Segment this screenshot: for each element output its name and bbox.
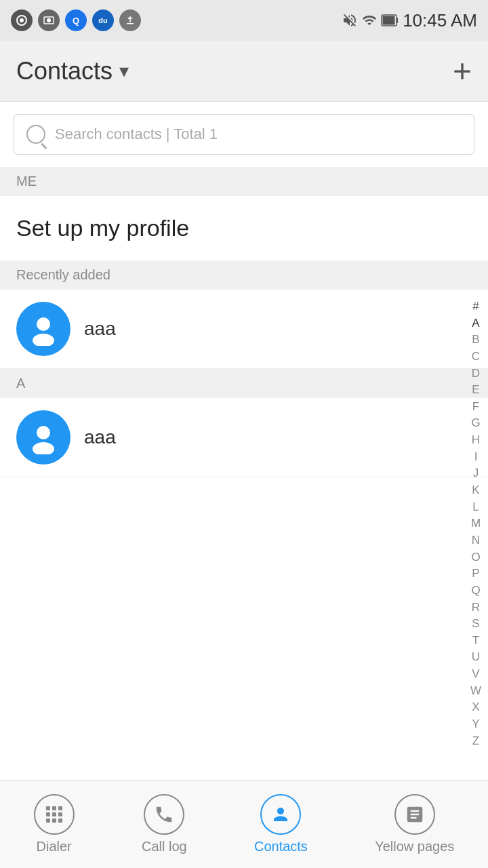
- svg-rect-7: [383, 16, 395, 25]
- add-contact-button[interactable]: +: [453, 55, 472, 87]
- q-icon: Q: [65, 9, 87, 31]
- svg-rect-6: [396, 18, 398, 23]
- nav-dialer[interactable]: Dialer: [20, 787, 88, 861]
- alpha-D[interactable]: D: [472, 366, 480, 382]
- wireless-icon: [11, 9, 33, 31]
- alpha-X[interactable]: X: [472, 699, 479, 716]
- dialer-label: Dialer: [37, 839, 72, 854]
- dialer-icon-container: [34, 794, 75, 835]
- contact-avatar-2: [16, 410, 70, 465]
- alpha-S[interactable]: S: [472, 616, 479, 633]
- contacts-icon: [270, 804, 291, 825]
- recently-added-section-header: Recently added: [0, 260, 488, 290]
- nav-yellowpages[interactable]: Yellow pages: [361, 787, 468, 861]
- a-section-header: A: [0, 369, 488, 398]
- contact-item-recently-added[interactable]: aaa: [0, 290, 488, 369]
- alpha-hash[interactable]: #: [472, 298, 479, 315]
- alpha-L[interactable]: L: [472, 499, 479, 516]
- svg-rect-14: [58, 806, 62, 810]
- alpha-W[interactable]: W: [470, 683, 481, 700]
- svg-rect-4: [127, 23, 134, 24]
- signal-icon: [362, 13, 377, 28]
- svg-point-10: [37, 426, 50, 439]
- contact-name-1: aaa: [84, 318, 116, 340]
- contact-item-a[interactable]: aaa: [0, 398, 488, 477]
- svg-rect-20: [58, 818, 62, 823]
- status-bar-left: Q du: [11, 9, 141, 31]
- alpha-I[interactable]: I: [474, 449, 478, 466]
- bottom-nav: Dialer Call log Contacts Yellow pages: [0, 780, 488, 868]
- alpha-K[interactable]: K: [472, 482, 479, 499]
- calllog-icon: [154, 804, 174, 825]
- alpha-E[interactable]: E: [472, 382, 479, 399]
- yellowpages-icon-container: [394, 794, 435, 835]
- svg-rect-15: [46, 812, 50, 816]
- header-title[interactable]: Contacts ▾: [16, 57, 129, 85]
- contacts-label: Contacts: [254, 839, 308, 854]
- svg-rect-13: [52, 806, 56, 810]
- svg-point-9: [33, 334, 54, 346]
- svg-rect-19: [52, 818, 56, 823]
- profile-setup-item[interactable]: Set up my profile: [0, 196, 488, 260]
- svg-point-8: [37, 317, 50, 331]
- upload-icon: [119, 9, 141, 31]
- contact-name-2: aaa: [84, 427, 116, 448]
- alpha-O[interactable]: O: [471, 549, 480, 566]
- alpha-J[interactable]: J: [473, 465, 479, 482]
- svg-rect-17: [58, 812, 62, 816]
- yellowpages-label: Yellow pages: [375, 839, 454, 854]
- status-bar: Q du 10:45 AM: [0, 0, 488, 41]
- alpha-Y[interactable]: Y: [472, 716, 479, 733]
- alpha-V[interactable]: V: [472, 666, 479, 683]
- calllog-icon-container: [144, 794, 184, 835]
- search-icon: [26, 125, 45, 144]
- alpha-F[interactable]: F: [472, 399, 479, 416]
- search-box[interactable]: Search contacts | Total 1: [14, 114, 474, 155]
- search-container: Search contacts | Total 1: [0, 102, 488, 167]
- svg-rect-12: [46, 806, 50, 810]
- main-content: Search contacts | Total 1 ME Set up my p…: [0, 102, 488, 780]
- yellowpages-icon: [405, 804, 425, 825]
- alpha-H[interactable]: H: [472, 432, 480, 449]
- calllog-label: Call log: [142, 839, 187, 854]
- du-icon: du: [92, 9, 114, 31]
- svg-rect-16: [52, 812, 56, 816]
- profile-setup-text: Set up my profile: [16, 215, 189, 241]
- alpha-B[interactable]: B: [472, 332, 479, 349]
- mute-icon: [342, 12, 358, 28]
- status-bar-right: 10:45 AM: [342, 10, 477, 31]
- alpha-T[interactable]: T: [472, 633, 479, 650]
- svg-point-1: [20, 18, 24, 22]
- contact-avatar-1: [16, 302, 70, 356]
- contacts-icon-container: [260, 794, 301, 835]
- dialer-icon: [43, 804, 65, 825]
- alpha-G[interactable]: G: [471, 415, 480, 432]
- alpha-C[interactable]: C: [472, 349, 480, 366]
- nav-calllog[interactable]: Call log: [128, 787, 201, 861]
- photo-icon: [38, 9, 60, 31]
- alphabet-sidebar[interactable]: # A B C D E F G H I J K L M N O P Q R S …: [464, 298, 488, 749]
- alpha-M[interactable]: M: [471, 515, 481, 532]
- nav-contacts[interactable]: Contacts: [241, 787, 321, 861]
- battery-icon: [381, 14, 399, 26]
- alpha-R[interactable]: R: [472, 599, 480, 616]
- svg-point-3: [47, 18, 51, 22]
- alpha-U[interactable]: U: [472, 649, 480, 666]
- alpha-A[interactable]: A: [472, 315, 479, 332]
- title-chevron: ▾: [119, 60, 129, 82]
- alpha-P[interactable]: P: [472, 566, 479, 583]
- alpha-Z[interactable]: Z: [472, 733, 479, 750]
- contacts-title: Contacts: [16, 57, 113, 85]
- me-section-header: ME: [0, 167, 488, 196]
- svg-point-11: [33, 442, 54, 454]
- alpha-N[interactable]: N: [472, 532, 480, 549]
- header: Contacts ▾ +: [0, 41, 488, 102]
- time-display: 10:45 AM: [403, 10, 477, 31]
- svg-rect-18: [46, 818, 50, 823]
- alpha-Q[interactable]: Q: [471, 583, 480, 599]
- search-placeholder: Search contacts | Total 1: [55, 125, 218, 143]
